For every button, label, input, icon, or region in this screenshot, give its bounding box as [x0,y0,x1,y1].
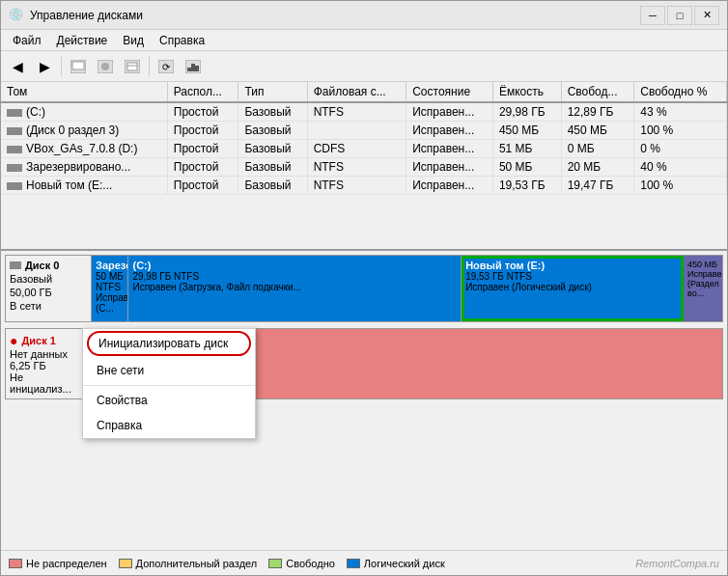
row-free: 450 МБ [561,122,634,140]
maximize-button[interactable]: □ [667,6,692,25]
row-name: (Диск 0 раздел 3) [1,122,167,140]
table-row[interactable]: Зарезервировано... Простой Базовый NTFS … [1,158,727,177]
table-row[interactable]: Новый том (E:... Простой Базовый NTFS Ис… [1,177,727,195]
toolbar: ◀ ▶ ⟳ [1,51,727,82]
context-menu-properties[interactable]: Свойства [83,388,255,413]
table-row[interactable]: VBox_GAs_7.0.8 (D:) Простой Базовый CDFS… [1,140,727,158]
row-free: 0 МБ [561,140,634,158]
disk1-size: 6,25 ГБ [10,360,87,371]
legend-free: Свободно [268,558,335,569]
main-window: 💿 Управление дисками ─ □ ✕ Файл Действие… [0,0,728,576]
row-fs: CDFS [307,140,406,158]
row-name: Зарезервировано... [1,158,167,177]
disk1-status: Не инициализ... [10,371,87,395]
context-menu-offline[interactable]: Вне сети [83,358,255,383]
menu-view[interactable]: Вид [115,32,152,49]
toolbar-btn-7[interactable] [181,55,206,78]
row-capacity: 29,98 ГБ [492,102,561,122]
disk0-status: В сети [10,300,87,312]
minimize-button[interactable]: ─ [640,6,665,25]
toolbar-btn-6[interactable]: ⟳ [154,55,179,78]
disk0-row: Диск 0 Базовый 50,00 ГБ В сети Зарезерви… [5,255,723,322]
toolbar-btn-4[interactable] [93,55,118,78]
row-capacity: 51 МБ [492,140,561,158]
table-row[interactable]: (C:) Простой Базовый NTFS Исправен... 29… [1,102,727,122]
disk0-name: Диск 0 [25,260,59,271]
row-type: Базовый [238,140,307,158]
col-free-pct[interactable]: Свободно % [634,82,727,102]
close-button[interactable]: ✕ [694,6,719,25]
row-type: Базовый [238,177,307,195]
legend-extended: Дополнительный раздел [119,558,258,569]
legend-label-logical: Логический диск [364,558,445,569]
legend-logical: Логический диск [347,558,445,569]
disk0-partition-0[interactable]: Зарезервир... 50 МБ NTFS Исправен (С... [92,256,128,321]
toolbar-btn-5[interactable] [120,55,145,78]
legend-unallocated: Не распределен [9,558,107,569]
menu-action[interactable]: Действие [49,32,116,49]
toolbar-sep-2 [149,57,150,76]
menu-file[interactable]: Файл [5,32,49,49]
disk0-size: 50,00 ГБ [10,287,87,298]
disk1-row: ● Диск 1 Нет данных 6,25 ГБ Не инициализ… [5,328,723,399]
disk0-partitions: Зарезервир... 50 МБ NTFS Исправен (С... … [92,255,723,322]
disk1-label: ● Диск 1 Нет данных 6,25 ГБ Не инициализ… [5,328,92,399]
svg-rect-5 [127,63,137,70]
col-status[interactable]: Состояние [406,82,493,102]
row-type: Базовый [238,122,307,140]
disk1-name: Диск 1 [21,335,55,346]
row-name: VBox_GAs_7.0.8 (D:) [1,140,167,158]
svg-text:⟳: ⟳ [162,62,171,72]
col-free[interactable]: Свобод... [561,82,634,102]
menu-help[interactable]: Справка [152,32,212,49]
legend-bar: Не распределен Дополнительный раздел Сво… [1,550,727,575]
disk0-label: Диск 0 Базовый 50,00 ГБ В сети [5,255,92,322]
row-fs [307,122,406,140]
legend-swatch-logical [347,559,360,568]
disk1-type: Нет данных [10,348,87,360]
row-layout: Простой [167,140,238,158]
col-capacity[interactable]: Ёмкость [492,82,561,102]
row-layout: Простой [167,177,238,195]
context-menu-init-disk[interactable]: Инициализировать диск [87,331,251,356]
row-free: 20 МБ [561,158,634,177]
title-bar-controls: ─ □ ✕ [640,6,719,25]
col-fs[interactable]: Файловая с... [307,82,406,102]
toolbar-sep-1 [61,57,62,76]
disk-view-section: Диск 0 Базовый 50,00 ГБ В сети Зарезерви… [1,251,727,550]
row-type: Базовый [238,158,307,177]
back-button[interactable]: ◀ [5,55,30,78]
row-name: (C:) [1,102,167,122]
row-fs: NTFS [307,158,406,177]
svg-rect-11 [191,64,195,71]
table-row[interactable]: (Диск 0 раздел 3) Простой Базовый Исправ… [1,122,727,140]
svg-rect-12 [195,66,199,71]
row-layout: Простой [167,158,238,177]
main-content: Том Распол... Тип Файловая с... Состояни… [1,82,727,575]
disk0-partition-1[interactable]: (C:) 29,98 ГБ NTFS Исправен (Загрузка, Ф… [128,256,462,321]
disk0-partition-3[interactable]: 450 МБ Исправен (Раздел во... [684,256,722,321]
svg-point-3 [101,63,109,70]
disk-table-section: Том Распол... Тип Файловая с... Состояни… [1,82,727,251]
row-free-pct: 0 % [634,140,727,158]
menu-bar: Файл Действие Вид Справка [1,30,727,51]
window-title: Управление дисками [30,9,640,22]
context-menu-sep [83,385,255,386]
row-status: Исправен... [406,158,493,177]
toolbar-btn-3[interactable] [66,55,91,78]
col-layout[interactable]: Распол... [167,82,238,102]
forward-button[interactable]: ▶ [32,55,57,78]
col-type[interactable]: Тип [238,82,307,102]
watermark: RemontCompa.ru [635,558,719,569]
row-free: 19,47 ГБ [561,177,634,195]
context-menu-help[interactable]: Справка [83,413,255,438]
row-capacity: 19,53 ГБ [492,177,561,195]
legend-label-extended: Дополнительный раздел [136,558,258,569]
row-fs: NTFS [307,102,406,122]
row-layout: Простой [167,122,238,140]
row-free: 12,89 ГБ [561,102,634,122]
disk0-partition-2[interactable]: Новый том (E:) 19,53 ГБ NTFS Исправен (Л… [462,256,684,321]
row-free-pct: 43 % [634,102,727,122]
legend-label-free: Свободно [286,558,335,569]
col-tom[interactable]: Том [1,82,167,102]
